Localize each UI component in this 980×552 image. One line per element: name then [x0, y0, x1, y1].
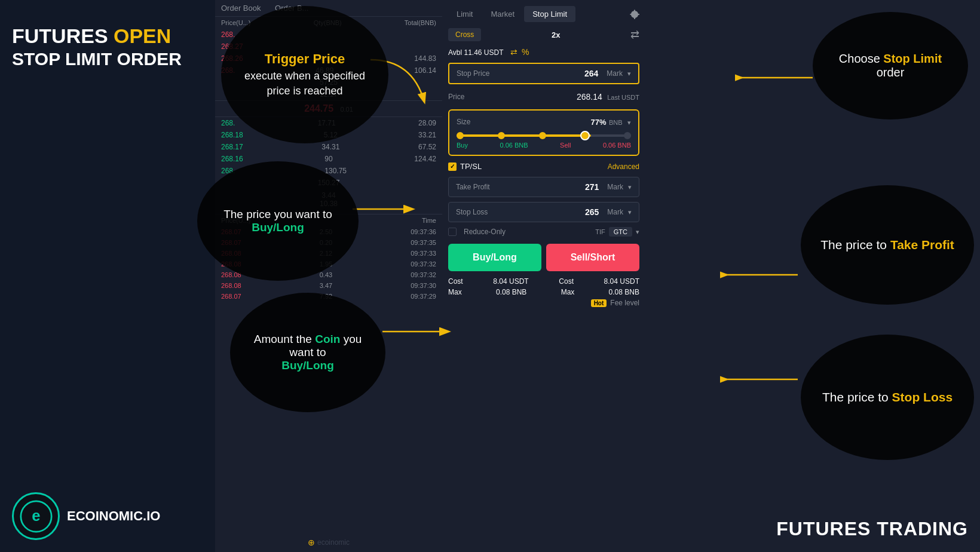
stop-price-dropdown-icon[interactable]: ▾ — [627, 70, 631, 78]
max-buy-value: 0.08 BNB — [496, 288, 526, 296]
sl-prefix: The price to — [822, 390, 892, 404]
take-profit-bubble-text: The price to Take Profit — [808, 226, 966, 264]
choose-stop-limit-text: Choose Stop Limit order — [813, 40, 968, 91]
buy-long-prefix: The price you want to — [223, 208, 332, 220]
cost-sell-value: 8.04 USDT — [604, 277, 639, 286]
bid-total: 67.52 — [418, 143, 436, 151]
avbl-value: 11.46 USDT — [464, 48, 503, 57]
take-profit-field[interactable]: Take Profit 271 Mark ▾ — [448, 177, 639, 197]
slider-dot-0 — [457, 132, 464, 139]
cost-buy-value: 8.04 USDT — [493, 277, 528, 286]
action-buttons: Buy/Long Sell/Short — [448, 244, 639, 271]
max-row: Max 0.08 BNB Max 0.08 BNB — [448, 288, 639, 296]
take-profit-label: Take Profit — [456, 183, 490, 191]
cost-sell-label: Cost — [559, 277, 574, 286]
tab-market[interactable]: Market — [482, 6, 523, 22]
take-profit-bubble: The price to Take Profit — [801, 185, 974, 305]
tab-stop-limit[interactable]: Stop Limit — [524, 6, 575, 22]
hot-badge: Hot — [591, 299, 607, 307]
max-sell-value: 0.08 BNB — [609, 288, 639, 296]
choose-suffix: order — [877, 66, 905, 79]
size-sell-value: 0.06 BNB — [603, 142, 631, 149]
stop-loss-bubble-text: The price to Stop Loss — [810, 378, 964, 416]
choose-stop-limit-bubble: Choose Stop Limit order — [813, 12, 968, 119]
settings-icon[interactable] — [630, 6, 639, 22]
max-buy-label: Max — [448, 288, 462, 296]
ask-price: 268. — [221, 30, 235, 39]
buy-long-button[interactable]: Buy/Long — [448, 244, 541, 271]
price-label: Price — [448, 93, 464, 101]
bid-price: 268. — [221, 119, 235, 127]
size-buy-value: 0.06 BNB — [500, 142, 528, 149]
slider-dot-75 — [580, 131, 590, 140]
leverage-value[interactable]: 2x — [552, 30, 560, 39]
tif-dropdown-icon[interactable]: ▾ — [636, 228, 639, 236]
reduce-only-label: Reduce-Only — [464, 228, 506, 236]
size-value-group: 77% BNB ▾ — [590, 116, 631, 127]
futures-trading-text: FUTURES TRADING — [776, 518, 968, 539]
tpsl-label: TP/SL — [460, 162, 482, 171]
tab-limit[interactable]: Limit — [448, 6, 481, 22]
title-open-highlight: OPEN — [114, 24, 171, 47]
size-dropdown-icon[interactable]: ▾ — [627, 119, 631, 126]
svg-text:e: e — [32, 507, 40, 523]
logo-icon: e — [20, 500, 53, 533]
trigger-price-desc: execute when a specified price is reache… — [233, 69, 376, 99]
tif-value[interactable]: GTC — [609, 227, 632, 237]
transfer-icon[interactable]: ⇄ — [510, 47, 517, 57]
settings-gear-icon[interactable]: ⇄ — [630, 28, 639, 41]
logo-text: ECOINOMIC.IO — [67, 508, 160, 524]
bid-qty: 34.31 — [321, 143, 339, 151]
cost-buy-label: Cost — [448, 277, 463, 286]
price-row: Price 268.14 Last USDT — [448, 89, 639, 105]
buy-long-bubble: The price you want to Buy/Long — [197, 161, 359, 281]
advanced-link[interactable]: Advanced — [608, 162, 639, 171]
slider-dots — [457, 132, 631, 140]
sell-short-button[interactable]: Sell/Short — [546, 244, 639, 271]
buy-long-highlight: Buy/Long — [252, 221, 304, 234]
take-profit-unit: Mark — [607, 183, 623, 191]
size-unit: BNB — [609, 119, 623, 126]
take-profit-dropdown-icon[interactable]: ▾ — [628, 183, 632, 191]
stop-price-value: 264 — [584, 69, 598, 78]
cross-badge[interactable]: Cross — [448, 28, 481, 41]
buy-long-text: The price you want to Buy/Long — [197, 196, 359, 246]
title-line2: STOP LIMIT ORDER — [12, 48, 182, 70]
bid-qty: 90 — [324, 155, 332, 163]
stop-price-unit: Mark — [607, 69, 623, 78]
stop-loss-field[interactable]: Stop Loss 265 Mark ▾ — [448, 202, 639, 222]
tpsl-left: TP/SL — [448, 162, 482, 171]
stop-loss-unit: Mark — [607, 208, 623, 216]
stop-limit-arrow — [735, 60, 819, 96]
stop-price-label: Stop Price — [457, 69, 489, 78]
size-sell-label: Sell — [560, 142, 571, 149]
watermark: ⊕ ecoinomic — [308, 538, 350, 547]
size-label: Size — [457, 118, 470, 126]
reduce-only-group: Reduce-Only — [448, 228, 506, 236]
tpsl-checkbox[interactable] — [448, 162, 457, 171]
price-value-group: 268.14 Last USDT — [577, 91, 639, 102]
amount-arrow — [376, 317, 454, 346]
cost-row-buy: Cost 8.04 USDT Cost 8.04 USDT — [448, 277, 639, 286]
amount-buy-long: Buy/Long — [281, 359, 334, 372]
reduce-only-checkbox[interactable] — [448, 228, 457, 236]
stop-loss-bubble: The price to Stop Loss — [801, 335, 974, 460]
order-type-tabs: Limit Market Stop Limit — [448, 6, 639, 22]
take-profit-arrow — [720, 257, 804, 293]
size-bottom: Buy 0.06 BNB Sell 0.06 BNB — [457, 142, 631, 149]
choose-stop-limit-highlight: Stop Limit — [883, 52, 942, 65]
size-buy-label: Buy — [457, 142, 468, 149]
bid-price: 268.17 — [221, 143, 243, 151]
avbl-label: Avbl — [448, 48, 462, 57]
bid-total: 124.42 — [414, 155, 436, 163]
size-slider[interactable] — [457, 134, 631, 137]
stop-price-field[interactable]: Stop Price 264 Mark ▾ — [448, 63, 639, 84]
trigger-price-bubble: Trigger Price execute when a specified p… — [221, 6, 388, 143]
trigger-price-text: Trigger Price execute when a specified p… — [221, 38, 388, 111]
slider-dot-25 — [498, 132, 505, 139]
stop-loss-dropdown-icon[interactable]: ▾ — [628, 208, 632, 216]
size-pct: 77% — [590, 118, 606, 127]
tif-label: TIF — [595, 228, 605, 235]
percent-icon[interactable]: % — [522, 47, 529, 57]
price-unit: Last USDT — [607, 94, 639, 101]
